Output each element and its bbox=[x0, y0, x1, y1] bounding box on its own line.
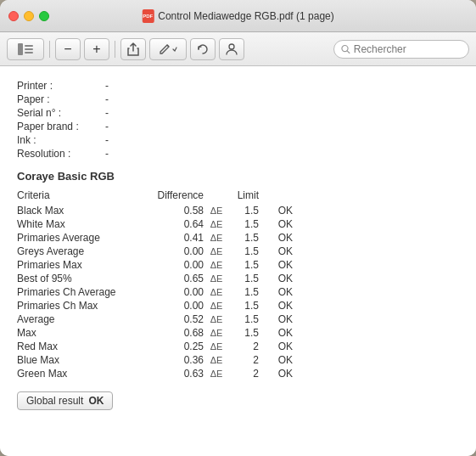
section-title: Coraye Basic RGB bbox=[17, 170, 459, 183]
main-window: PDF Control Mediawedge RGB.pdf (1 page) … bbox=[0, 0, 476, 456]
toolbar-sep-2 bbox=[115, 41, 115, 58]
svg-rect-2 bbox=[25, 48, 33, 50]
table-row: Max 0.68 ΔE 1.5 OK bbox=[17, 327, 459, 339]
table-row: Black Max 0.58 ΔE 1.5 OK bbox=[17, 205, 459, 217]
info-row-paper: Paper : - bbox=[17, 93, 459, 105]
info-row-resolution: Resolution : - bbox=[17, 148, 459, 160]
svg-point-4 bbox=[229, 44, 234, 49]
window-title: PDF Control Mediawedge RGB.pdf (1 page) bbox=[142, 9, 333, 23]
zoom-in-button[interactable]: + bbox=[84, 38, 109, 60]
table-row: Best of 95% 0.65 ΔE 1.5 OK bbox=[17, 273, 459, 284]
criteria-table-header: Criteria Difference Limit bbox=[17, 189, 459, 201]
table-row: Greys Average 0.00 ΔE 1.5 OK bbox=[17, 245, 459, 257]
minimize-button[interactable] bbox=[24, 11, 34, 21]
content-area: Printer : - Paper : - Serial n° : - Pape… bbox=[0, 66, 476, 456]
person-button[interactable] bbox=[219, 38, 244, 60]
titlebar: PDF Control Mediawedge RGB.pdf (1 page) bbox=[0, 0, 476, 32]
svg-rect-3 bbox=[25, 52, 33, 53]
table-row: Primaries Ch Max 0.00 ΔE 1.5 OK bbox=[17, 300, 459, 312]
table-row: Green Max 0.63 ΔE 2 OK bbox=[17, 368, 459, 380]
global-result-container: Global result OK bbox=[17, 391, 459, 410]
info-row-serial: Serial n° : - bbox=[17, 107, 459, 119]
toolbar-sep-1 bbox=[49, 41, 50, 58]
rotate-button[interactable] bbox=[190, 38, 216, 60]
search-box[interactable] bbox=[333, 40, 469, 59]
info-row-ink: Ink : - bbox=[17, 134, 459, 146]
criteria-rows: Black Max 0.58 ΔE 1.5 OK White Max 0.64 … bbox=[17, 205, 459, 380]
table-row: Red Max 0.25 ΔE 2 OK bbox=[17, 341, 459, 352]
traffic-lights bbox=[8, 11, 49, 21]
info-table: Printer : - Paper : - Serial n° : - Pape… bbox=[17, 80, 459, 160]
criteria-table: Criteria Difference Limit Black Max 0.58… bbox=[17, 189, 459, 380]
svg-rect-0 bbox=[18, 43, 23, 55]
table-row: Primaries Average 0.41 ΔE 1.5 OK bbox=[17, 232, 459, 244]
table-row: Primaries Ch Average 0.00 ΔE 1.5 OK bbox=[17, 286, 459, 298]
close-button[interactable] bbox=[8, 11, 19, 21]
search-icon bbox=[341, 44, 350, 54]
pen-button[interactable] bbox=[149, 38, 187, 60]
table-row: White Max 0.64 ΔE 1.5 OK bbox=[17, 218, 459, 230]
table-row: Blue Max 0.36 ΔE 2 OK bbox=[17, 354, 459, 366]
info-row-printer: Printer : - bbox=[17, 80, 459, 92]
share-button[interactable] bbox=[120, 38, 146, 60]
zoom-out-button[interactable]: − bbox=[55, 38, 81, 60]
pdf-icon: PDF bbox=[142, 9, 154, 23]
info-row-paper-brand: Paper brand : - bbox=[17, 121, 459, 132]
toolbar: − + bbox=[0, 32, 476, 66]
table-row: Average 0.52 ΔE 1.5 OK bbox=[17, 313, 459, 325]
global-result-button: Global result OK bbox=[17, 391, 113, 410]
sidebar-toggle-button[interactable] bbox=[7, 38, 44, 60]
table-row: Primaries Max 0.00 ΔE 1.5 OK bbox=[17, 259, 459, 271]
search-input[interactable] bbox=[354, 43, 462, 55]
svg-rect-1 bbox=[25, 45, 33, 47]
maximize-button[interactable] bbox=[39, 11, 49, 21]
